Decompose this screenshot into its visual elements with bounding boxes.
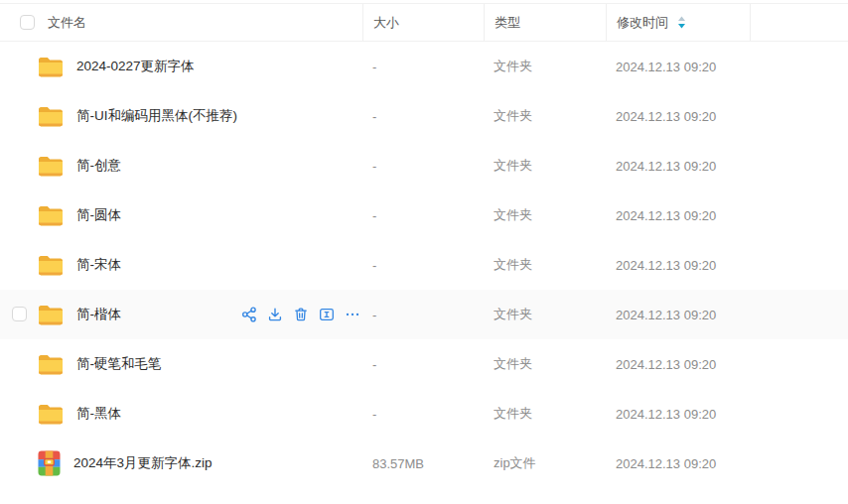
file-size: - <box>362 308 484 322</box>
name-cell: 简-宋体 <box>0 254 362 276</box>
file-size: - <box>362 159 484 174</box>
column-header-size: 大小 <box>362 4 484 41</box>
share-icon[interactable] <box>241 307 257 322</box>
table-row[interactable]: 简-圆体 - 文件夹 2024.12.13 09:20 <box>0 190 848 240</box>
sort-icon[interactable] <box>677 16 686 29</box>
table-row[interactable]: 简-创意 - 文件夹 2024.12.13 09:20 <box>0 141 848 190</box>
file-type: 文件夹 <box>484 58 606 75</box>
file-name[interactable]: 简-硬笔和毛笔 <box>76 355 162 373</box>
file-type: 文件夹 <box>484 206 606 224</box>
name-cell: 简-UI和编码用黑体(不推荐) <box>0 105 362 127</box>
trash-icon[interactable] <box>293 307 309 322</box>
name-cell: 简-创意 <box>0 155 362 177</box>
table-row[interactable]: 简-黑体 - 文件夹 2024.12.13 09:20 <box>0 389 848 439</box>
folder-icon <box>38 254 64 276</box>
file-name[interactable]: 简-黑体 <box>76 405 121 423</box>
file-modified: 2024.12.13 09:20 <box>606 109 750 124</box>
file-modified: 2024.12.13 09:20 <box>606 308 750 322</box>
file-name[interactable]: 2024-0227更新字体 <box>76 58 195 75</box>
file-size: - <box>362 60 484 74</box>
column-header-modified: 修改时间 <box>606 4 750 41</box>
column-label-modified: 修改时间 <box>617 14 668 32</box>
row-actions <box>241 290 360 339</box>
row-checkbox[interactable] <box>12 307 27 321</box>
name-cell: 简-圆体 <box>0 204 362 226</box>
folder-icon <box>38 56 64 77</box>
name-cell: 简-硬笔和毛笔 <box>0 353 362 375</box>
column-label-name: 文件名 <box>48 14 86 32</box>
file-modified: 2024.12.13 09:20 <box>606 258 750 273</box>
table-row[interactable]: 简-楷体 - 文件夹 2024.12.13 09:20 <box>0 290 848 339</box>
file-name[interactable]: 简-创意 <box>76 157 121 175</box>
file-modified: 2024.12.13 09:20 <box>606 60 750 74</box>
column-label-size: 大小 <box>373 14 399 32</box>
file-modified: 2024.12.13 09:20 <box>606 407 750 422</box>
select-all-checkbox[interactable] <box>20 15 35 30</box>
file-type: 文件夹 <box>484 256 606 274</box>
folder-icon <box>38 204 64 226</box>
table-row[interactable]: 简-UI和编码用黑体(不推荐) - 文件夹 2024.12.13 09:20 <box>0 91 848 141</box>
file-modified: 2024.12.13 09:20 <box>606 456 750 471</box>
file-name[interactable]: 简-圆体 <box>76 206 121 224</box>
table-row[interactable]: 2024-0227更新字体 - 文件夹 2024.12.13 09:20 <box>0 42 848 91</box>
file-type: 文件夹 <box>484 107 606 125</box>
file-modified: 2024.12.13 09:20 <box>606 159 750 174</box>
file-modified: 2024.12.13 09:20 <box>606 208 750 223</box>
column-header-extra <box>750 4 848 41</box>
download-icon[interactable] <box>267 307 283 322</box>
file-size: - <box>362 109 484 124</box>
folder-icon <box>38 304 64 325</box>
table-row[interactable]: 简-宋体 - 文件夹 2024.12.13 09:20 <box>0 240 848 290</box>
more-icon[interactable] <box>345 307 360 322</box>
name-cell: 2024年3月更新字体.zip <box>0 450 362 476</box>
file-size: 83.57MB <box>362 456 484 471</box>
file-type: zip文件 <box>484 454 606 472</box>
column-header-name: 文件名 <box>0 4 362 41</box>
file-list: 文件名 大小 类型 修改时间 <box>0 3 848 488</box>
table-row[interactable]: 简-硬笔和毛笔 - 文件夹 2024.12.13 09:20 <box>0 339 848 389</box>
name-cell: 2024-0227更新字体 <box>0 56 362 77</box>
file-modified: 2024.12.13 09:20 <box>606 357 750 372</box>
column-label-type: 类型 <box>495 14 520 32</box>
file-name[interactable]: 简-UI和编码用黑体(不推荐) <box>76 107 237 125</box>
list-header: 文件名 大小 类型 修改时间 <box>0 3 848 42</box>
file-name[interactable]: 简-宋体 <box>76 256 121 274</box>
file-type: 文件夹 <box>484 405 606 423</box>
file-type: 文件夹 <box>484 306 606 323</box>
zip-file-icon <box>38 450 61 476</box>
table-row[interactable]: 2024年3月更新字体.zip 83.57MB zip文件 2024.12.13… <box>0 439 848 488</box>
file-size: - <box>362 407 484 422</box>
file-size: - <box>362 208 484 223</box>
column-header-type: 类型 <box>484 4 606 41</box>
name-cell: 简-黑体 <box>0 403 362 425</box>
rename-icon[interactable] <box>319 307 335 322</box>
file-type: 文件夹 <box>484 157 606 175</box>
file-size: - <box>362 357 484 372</box>
folder-icon <box>38 403 64 425</box>
folder-icon <box>38 353 64 375</box>
file-name[interactable]: 2024年3月更新字体.zip <box>73 454 212 472</box>
folder-icon <box>38 155 64 177</box>
file-name[interactable]: 简-楷体 <box>76 306 121 323</box>
folder-icon <box>38 105 64 127</box>
file-size: - <box>362 258 484 273</box>
file-type: 文件夹 <box>484 355 606 373</box>
file-rows: 2024-0227更新字体 - 文件夹 2024.12.13 09:20 <box>0 42 848 488</box>
